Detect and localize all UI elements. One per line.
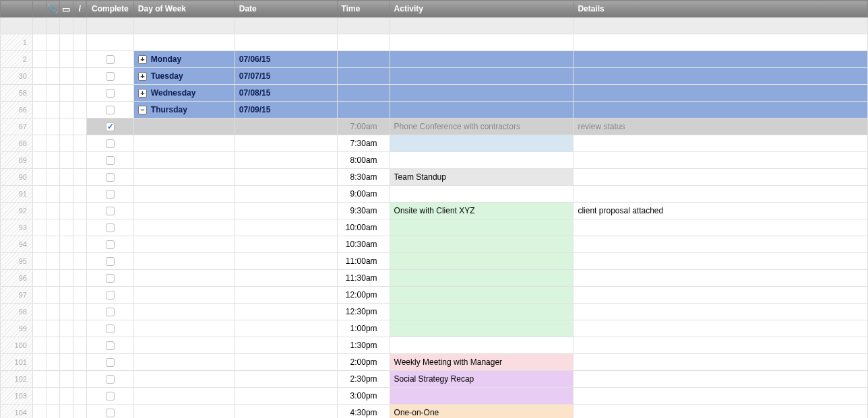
table-row[interactable]: 1001:30pm: [1, 337, 868, 354]
complete-checkbox[interactable]: [106, 291, 115, 300]
row-info[interactable]: [73, 354, 86, 371]
cell-day-of-week[interactable]: [133, 388, 235, 405]
filter-complete[interactable]: [86, 18, 133, 34]
cell-activity[interactable]: [390, 186, 574, 203]
row-expand[interactable]: [32, 203, 46, 219]
row-info[interactable]: [73, 51, 86, 68]
row-discussion[interactable]: [59, 287, 73, 304]
row-discussion[interactable]: [59, 51, 73, 68]
cell-day-of-week[interactable]: [133, 304, 235, 320]
cell-complete[interactable]: [86, 354, 133, 371]
cell-complete[interactable]: [86, 371, 133, 388]
cell-activity[interactable]: Phone Conference with contractors: [390, 118, 574, 135]
header-time[interactable]: Time: [337, 1, 390, 18]
cell-activity[interactable]: [390, 337, 574, 354]
row-discussion[interactable]: [59, 337, 73, 354]
complete-checkbox[interactable]: [106, 190, 115, 199]
table-row[interactable]: 1: [1, 34, 868, 51]
header-discussion[interactable]: ▭: [59, 1, 73, 18]
cell-time[interactable]: 1:30pm: [337, 337, 390, 354]
row-info[interactable]: [73, 270, 86, 287]
cell-activity[interactable]: [390, 51, 574, 68]
cell-day-of-week[interactable]: [133, 236, 235, 253]
row-discussion[interactable]: [59, 304, 73, 320]
row-expand[interactable]: [32, 152, 46, 169]
filter-activity[interactable]: [390, 18, 574, 34]
table-row[interactable]: 1044:30pmOne-on-One: [1, 405, 868, 419]
cell-date[interactable]: [235, 34, 337, 51]
row-discussion[interactable]: [59, 405, 73, 419]
filter-discussion[interactable]: [59, 18, 73, 34]
filter-details[interactable]: [574, 18, 868, 34]
row-attachment[interactable]: [46, 203, 59, 219]
cell-time[interactable]: 8:30am: [337, 169, 390, 186]
header-info[interactable]: i: [73, 1, 86, 18]
cell-day-of-week[interactable]: +Monday: [133, 51, 235, 68]
cell-activity[interactable]: [390, 253, 574, 270]
cell-details[interactable]: [574, 287, 868, 304]
row-expand[interactable]: [32, 186, 46, 203]
row-attachment[interactable]: [46, 253, 59, 270]
cell-activity[interactable]: Weekly Meeting with Manager: [390, 354, 574, 371]
row-discussion[interactable]: [59, 270, 73, 287]
header-rownum[interactable]: [1, 1, 33, 18]
cell-day-of-week[interactable]: [133, 169, 235, 186]
table-row[interactable]: 9812:30pm: [1, 304, 868, 320]
header-expand[interactable]: [32, 1, 46, 18]
cell-complete[interactable]: [86, 219, 133, 236]
table-row[interactable]: 898:00am: [1, 152, 868, 169]
cell-complete[interactable]: [86, 388, 133, 405]
row-discussion[interactable]: [59, 253, 73, 270]
cell-time[interactable]: 10:00am: [337, 219, 390, 236]
row-attachment[interactable]: [46, 371, 59, 388]
row-info[interactable]: [73, 388, 86, 405]
cell-activity[interactable]: [390, 102, 574, 118]
row-attachment[interactable]: [46, 236, 59, 253]
complete-checkbox[interactable]: [106, 341, 115, 350]
cell-time[interactable]: 7:30am: [337, 135, 390, 152]
row-discussion[interactable]: [59, 68, 73, 85]
cell-details[interactable]: [574, 371, 868, 388]
row-expand[interactable]: [32, 135, 46, 152]
row-expand[interactable]: [32, 337, 46, 354]
row-discussion[interactable]: [59, 203, 73, 219]
cell-details[interactable]: [574, 169, 868, 186]
cell-details[interactable]: [574, 34, 868, 51]
row-discussion[interactable]: [59, 371, 73, 388]
cell-complete[interactable]: [86, 169, 133, 186]
row-attachment[interactable]: [46, 102, 59, 118]
cell-details[interactable]: [574, 304, 868, 320]
cell-details[interactable]: [574, 219, 868, 236]
cell-complete[interactable]: [86, 236, 133, 253]
complete-checkbox[interactable]: [106, 358, 115, 367]
filter-expand[interactable]: [32, 18, 46, 34]
cell-complete[interactable]: [86, 85, 133, 102]
cell-complete[interactable]: [86, 337, 133, 354]
cell-complete[interactable]: [86, 118, 133, 135]
cell-time[interactable]: 10:30am: [337, 236, 390, 253]
table-row[interactable]: 9310:00am: [1, 219, 868, 236]
cell-details[interactable]: [574, 135, 868, 152]
row-discussion[interactable]: [59, 169, 73, 186]
cell-complete[interactable]: [86, 152, 133, 169]
filter-dow[interactable]: [133, 18, 235, 34]
cell-day-of-week[interactable]: [133, 354, 235, 371]
cell-complete[interactable]: [86, 135, 133, 152]
table-row[interactable]: 86−Thursday07/09/15: [1, 102, 868, 118]
cell-complete[interactable]: [86, 51, 133, 68]
header-attachment[interactable]: 📎: [46, 1, 59, 18]
row-expand[interactable]: [32, 85, 46, 102]
table-row[interactable]: 9611:30am: [1, 270, 868, 287]
header-activity[interactable]: Activity: [390, 1, 574, 18]
cell-activity[interactable]: [390, 287, 574, 304]
complete-checkbox[interactable]: [106, 223, 115, 232]
cell-date[interactable]: [235, 169, 337, 186]
row-attachment[interactable]: [46, 34, 59, 51]
row-info[interactable]: [73, 219, 86, 236]
complete-checkbox[interactable]: [106, 173, 115, 182]
cell-day-of-week[interactable]: [133, 135, 235, 152]
row-discussion[interactable]: [59, 152, 73, 169]
cell-date[interactable]: [235, 287, 337, 304]
row-attachment[interactable]: [46, 68, 59, 85]
cell-complete[interactable]: [86, 287, 133, 304]
